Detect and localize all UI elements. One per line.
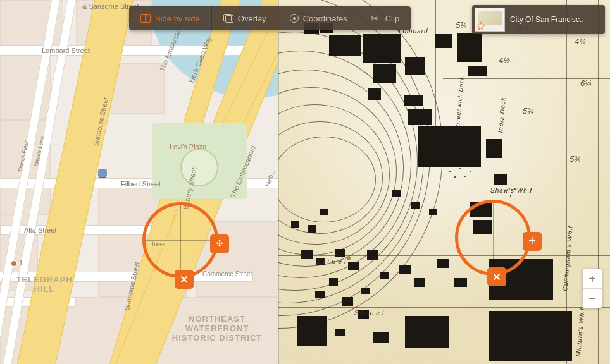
tab-label: Clip (385, 14, 399, 23)
zoom-in-button[interactable]: + (583, 269, 602, 288)
magnifier-lens[interactable]: treet (142, 202, 218, 278)
lens-content-label: treet (152, 240, 166, 248)
tab-overlay[interactable]: Overlay (212, 6, 278, 30)
survey-tick: 4¼ (575, 37, 586, 46)
tab-label: Side by side (155, 14, 200, 23)
close-icon (492, 272, 502, 282)
coordinates-icon (290, 14, 299, 23)
pane-divider[interactable] (278, 0, 279, 364)
tab-coordinates[interactable]: Coordinates (278, 6, 359, 30)
street-label: Alta Street (24, 226, 56, 234)
survey-tick: 4½ (499, 56, 510, 65)
zoom-control: + − (582, 269, 602, 308)
map-thumbnail (475, 8, 505, 32)
neighborhood-label: TELEGRAPH HILL (9, 275, 79, 294)
hist-label: Street (316, 258, 349, 265)
street-label: Commerce Street (202, 270, 252, 277)
historical-map-pane[interactable]: India Dock Shaw's Wh.f Cunningham's Wh.f… (278, 0, 610, 364)
magnifier-lens[interactable] (455, 200, 531, 276)
survey-tick: 6¼ (580, 78, 592, 88)
hist-label: Shaw's Wh.f (490, 187, 532, 194)
lens-close-button[interactable] (487, 267, 506, 286)
lens-move-button[interactable] (210, 234, 229, 253)
tab-side-by-side[interactable]: Side by side (129, 6, 212, 30)
poi-icon (11, 261, 16, 266)
side-by-side-icon (140, 14, 151, 23)
lens-close-button[interactable] (175, 270, 194, 289)
bus-stop-icon (98, 169, 107, 177)
scissors-icon (371, 14, 381, 23)
poi-label: 1 (19, 259, 23, 267)
survey-tick: 5¼ (456, 20, 467, 30)
favorite-star-icon[interactable] (476, 21, 485, 30)
zoom-out-button[interactable]: − (583, 288, 602, 308)
overlay-icon (223, 14, 233, 23)
tab-label: Overlay (238, 14, 266, 23)
poi-label: Levi's Plaza (170, 143, 206, 150)
move-icon (215, 239, 225, 249)
map-title: City Of San Francisc... (510, 15, 600, 24)
close-icon (179, 274, 189, 284)
tab-label: Coordinates (303, 14, 347, 23)
street-label: Lombard Street (42, 47, 90, 54)
street-label: Filbert Street (121, 180, 161, 188)
move-icon (527, 236, 537, 246)
survey-tick: 5¾ (570, 154, 581, 164)
map-info-card[interactable]: City Of San Francisc... (472, 5, 605, 34)
modern-map-pane[interactable]: & Sansome Street Lombard Street Filbert … (0, 0, 278, 364)
view-mode-toolbar: Side by side Overlay Coordinates Clip (129, 6, 411, 30)
tab-clip[interactable]: Clip (359, 6, 411, 30)
lens-move-button[interactable] (523, 232, 542, 251)
survey-tick: 5¾ (523, 106, 534, 116)
hist-label: Street (354, 310, 387, 317)
neighborhood-label: NORTHEAST WATERFRONT HISTORIC DISTRICT (163, 314, 271, 343)
